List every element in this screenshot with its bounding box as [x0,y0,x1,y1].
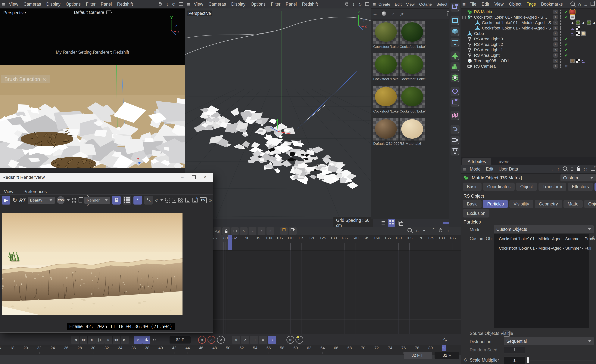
camera-active-icon[interactable]: ⌗ [564,64,569,69]
menu-view[interactable]: View [492,1,506,7]
edit-enable-toggle[interactable]: ✎ [553,31,558,36]
menu-tags[interactable]: Tags [524,1,538,7]
material-thumb[interactable] [400,86,425,108]
layers-toggle-icon[interactable]: ⚌ [259,336,267,344]
edit-enable-toggle[interactable]: ✎ [553,10,558,14]
save-image-plus-icon[interactable] [193,198,198,203]
light-create-icon[interactable] [451,146,460,155]
overflow-icon[interactable]: » [209,197,212,203]
chip-effectors[interactable]: Effectors [568,182,593,191]
volume-icon[interactable] [451,62,460,71]
list-view-icon-button[interactable] [380,219,387,227]
layer-view-icon[interactable] [398,220,402,226]
camera-create-icon[interactable] [451,136,460,145]
bucket-grid-button[interactable] [123,196,131,204]
menu-options[interactable]: Options [64,1,83,7]
material-thumb[interactable] [400,21,425,44]
pan-icon[interactable] [344,1,349,7]
pan-icon[interactable] [158,1,163,7]
menu-options[interactable]: Options [248,1,268,7]
tag-phong[interactable] [570,31,575,36]
menu-file[interactable]: File [467,1,479,7]
chip-matte[interactable]: Matte [564,200,583,208]
menu-create[interactable]: Create [376,2,393,7]
menu-object[interactable]: Object [507,1,524,7]
snapshot-button[interactable]: * [134,196,142,204]
tag-mat-green[interactable] [576,21,580,25]
playhead[interactable] [228,235,232,250]
menu-redshift[interactable]: Redshift [300,1,320,7]
visibility-dots[interactable] [560,42,562,47]
restart-render-icon[interactable]: ↻ [12,197,17,203]
menu-edit[interactable]: Edit [393,2,404,7]
chip-basic[interactable]: Basic [463,182,482,191]
chip-coordinates[interactable]: Coordinates [483,182,515,191]
object-row-rs-area-light-2[interactable]: RS Area Light.2✎✓ [461,42,596,47]
generator-icon[interactable] [451,51,460,60]
preset-select[interactable]: Custom [560,174,596,182]
clip-icon[interactable]: ▢ [250,336,258,344]
menu-cameras[interactable]: Cameras [21,1,43,7]
play-button[interactable]: ▷ [96,336,104,344]
material-thumb[interactable] [400,53,425,76]
end-frame-field[interactable]: 82 F [435,352,459,359]
material-name[interactable]: Cocksfoot 'Loke' [373,77,400,81]
chip-exclusion[interactable]: Exclusion [463,209,489,218]
tag-display[interactable] [576,58,580,63]
current-frame-field[interactable]: 82 F [170,336,191,343]
rotate-icon[interactable]: ↻ [358,2,362,7]
enabled-check-icon[interactable]: ✓ [564,9,569,14]
range-end-handle[interactable]: 82 F ||| [404,352,432,359]
menu-view[interactable]: View [192,1,205,7]
sphere-icon[interactable] [382,11,386,17]
menu-view[interactable]: View [2,189,15,195]
marker-add-icon[interactable]: + [289,227,297,235]
visibility-dots[interactable] [560,64,562,69]
object-row-cube[interactable]: Cube✎ [461,31,596,36]
enabled-check-icon[interactable]: ✓ [564,48,569,52]
autokey-icon[interactable]: A◢ [214,227,221,235]
record-key-icon[interactable]: ◆ [198,336,206,344]
arrow-icon[interactable]: ↗ [391,12,395,16]
field-icon[interactable] [451,73,460,82]
edit-enable-toggle[interactable]: ✎ [553,21,558,25]
menu-icon[interactable]: ≡ [2,1,5,7]
key-diamond-icon[interactable]: ◇ [232,336,240,344]
display-channel-caret[interactable] [67,199,70,201]
mute-keys-icon[interactable]: ⑊ [268,336,276,344]
next-key-button[interactable]: ◆▶ [112,336,121,344]
tag-tri[interactable]: ▲ [570,21,575,25]
material-thumb[interactable] [373,53,398,76]
viewport-left[interactable]: ≡ ViewCamerasDisplayOptionsFilterPanelRe… [0,0,185,168]
menu-octane[interactable]: Octane [417,2,434,7]
material-name[interactable]: Default OBJ 029 [373,142,400,146]
key-diamond-icon[interactable]: ◇ [464,357,467,362]
material-thumb[interactable] [400,118,425,140]
filter-icon[interactable]: Ξ [584,2,587,7]
speaker-icon[interactable] [150,336,158,344]
edit-enable-toggle[interactable]: ✎ [553,15,558,20]
object-row-rs-area-light-3[interactable]: RS Area Light.3✎✓ [461,36,596,42]
material-name[interactable]: Cocksfoot 'Loke' [373,109,400,113]
lockbox-icon[interactable] [231,227,239,235]
search-icon[interactable] [563,167,567,172]
material-thumb[interactable] [373,118,398,140]
view-label[interactable]: Perspective [187,11,212,16]
maximize-icon[interactable] [179,2,183,7]
visibility-dots[interactable] [560,10,562,15]
edit-enable-toggle[interactable]: ✎ [553,53,558,58]
aov-select[interactable]: Beauty [28,197,55,204]
new-window-icon[interactable] [590,2,595,7]
chip-object-id[interactable]: Object ID [584,200,596,208]
loop-icon[interactable]: ⇄ [134,336,142,344]
cube-primitive-icon[interactable] [451,27,460,36]
tag-mat-red[interactable] [570,10,575,14]
prev-key-button[interactable]: ◀◆ [79,336,88,344]
close-icon[interactable]: ⊗ [43,76,47,82]
tab-attributes[interactable]: Attributes [462,158,491,165]
edit-enable-toggle[interactable]: ✎ [553,42,558,47]
material-name[interactable]: Cocksfoot 'Loke' [400,109,426,113]
maximize-icon[interactable] [188,173,199,182]
autokey-icon[interactable]: A [208,336,215,344]
lock-icon[interactable] [577,167,580,172]
